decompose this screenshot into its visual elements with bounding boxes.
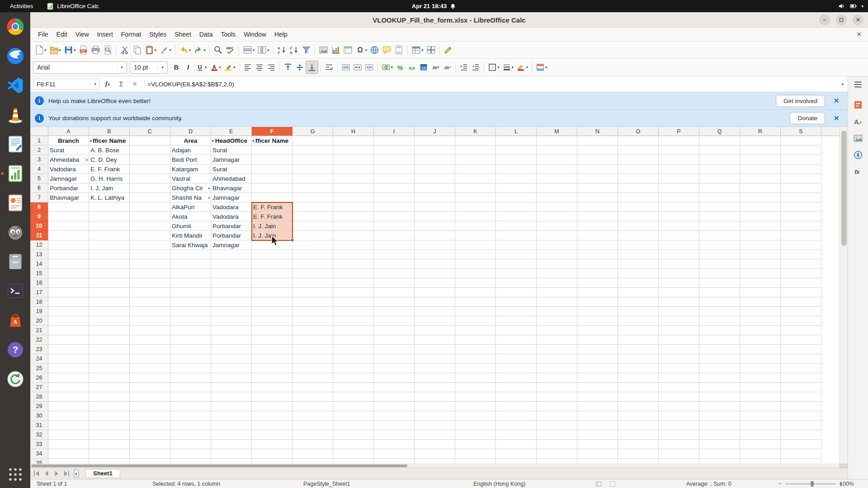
cell[interactable] bbox=[211, 259, 252, 269]
cell[interactable] bbox=[415, 183, 455, 193]
cell[interactable] bbox=[415, 364, 455, 373]
cell[interactable] bbox=[699, 354, 740, 364]
cell[interactable] bbox=[781, 136, 821, 145]
cell[interactable] bbox=[496, 383, 537, 392]
cell[interactable] bbox=[374, 449, 415, 459]
cell[interactable] bbox=[577, 411, 618, 421]
cell[interactable] bbox=[496, 326, 537, 335]
cell[interactable] bbox=[537, 449, 577, 459]
spelling-button[interactable]: ABC bbox=[224, 43, 236, 57]
cell[interactable] bbox=[577, 155, 618, 164]
cell[interactable] bbox=[211, 411, 252, 421]
cell[interactable] bbox=[496, 155, 537, 164]
cell[interactable] bbox=[455, 183, 496, 193]
cell[interactable] bbox=[211, 383, 252, 392]
cell[interactable] bbox=[374, 164, 415, 174]
cell[interactable] bbox=[48, 373, 89, 383]
sheet-tab-sheet1[interactable]: Sheet1 bbox=[85, 469, 120, 478]
cell[interactable] bbox=[292, 250, 333, 259]
insert-row-button[interactable]: ▾ bbox=[241, 43, 256, 57]
cell[interactable] bbox=[781, 411, 821, 421]
cell[interactable] bbox=[48, 240, 89, 250]
cell[interactable] bbox=[89, 259, 130, 269]
cell[interactable] bbox=[455, 155, 496, 164]
cell[interactable] bbox=[577, 136, 618, 145]
cell[interactable] bbox=[781, 316, 821, 326]
cell[interactable] bbox=[374, 411, 415, 421]
cell[interactable] bbox=[740, 269, 781, 278]
get-involved-button[interactable]: Get involved bbox=[776, 95, 825, 107]
cell[interactable] bbox=[48, 202, 89, 212]
insert-hyperlink-button[interactable] bbox=[368, 43, 381, 57]
cell[interactable] bbox=[699, 316, 740, 326]
cell[interactable] bbox=[781, 155, 821, 164]
cell[interactable] bbox=[333, 183, 374, 193]
styles-icon[interactable]: A bbox=[853, 117, 863, 127]
cell[interactable] bbox=[333, 335, 374, 345]
cell[interactable] bbox=[48, 421, 89, 430]
zoom-track[interactable] bbox=[786, 483, 835, 484]
cell[interactable] bbox=[537, 231, 577, 240]
cell[interactable] bbox=[537, 164, 577, 174]
cell[interactable] bbox=[292, 174, 333, 183]
cell[interactable] bbox=[781, 459, 821, 464]
cell[interactable] bbox=[496, 193, 537, 202]
cell[interactable] bbox=[374, 421, 415, 430]
close-icon[interactable]: ✕ bbox=[830, 97, 843, 105]
font-name-combobox[interactable]: Arial ▾ bbox=[33, 61, 127, 74]
clone-formatting-button[interactable]: ▾ bbox=[158, 43, 173, 57]
cell[interactable] bbox=[740, 307, 781, 316]
cell[interactable] bbox=[537, 250, 577, 259]
cell[interactable] bbox=[659, 307, 699, 316]
cell[interactable] bbox=[781, 164, 821, 174]
cell[interactable] bbox=[415, 421, 455, 430]
formula-input[interactable]: =VLOOKUP(E8,$A$2:$B$7,2,0) bbox=[144, 79, 838, 90]
cell[interactable] bbox=[740, 354, 781, 364]
cell[interactable] bbox=[170, 364, 211, 373]
cell[interactable]: Jamnagar bbox=[48, 174, 89, 183]
cell[interactable] bbox=[252, 383, 292, 392]
cell[interactable] bbox=[618, 259, 659, 269]
gimp-dock-icon[interactable] bbox=[5, 221, 26, 243]
freeze-rows-columns-button[interactable]: ▾ bbox=[410, 43, 425, 57]
selection-mode-icon[interactable] bbox=[609, 480, 616, 488]
cell[interactable] bbox=[455, 354, 496, 364]
cell[interactable] bbox=[170, 421, 211, 430]
cell[interactable] bbox=[781, 202, 821, 212]
cell[interactable] bbox=[781, 354, 821, 364]
cell[interactable] bbox=[48, 278, 89, 288]
title-bar[interactable]: VLOOKUP_Fill_the_form.xlsx - LibreOffice… bbox=[30, 12, 868, 28]
cell[interactable] bbox=[130, 174, 170, 183]
cell[interactable]: I. J. Jain bbox=[252, 231, 292, 240]
cell[interactable]: Bedi Port bbox=[170, 155, 211, 164]
cell[interactable]: A. B. Bose bbox=[89, 145, 130, 155]
cell[interactable] bbox=[781, 183, 821, 193]
cell[interactable] bbox=[537, 221, 577, 231]
row-header-9[interactable]: 9 bbox=[30, 212, 48, 221]
selection-statistics[interactable]: Average: ; Sum: 0 bbox=[686, 481, 731, 487]
cell[interactable] bbox=[130, 402, 170, 411]
cell[interactable] bbox=[252, 459, 292, 464]
cell[interactable]: Surat bbox=[48, 145, 89, 155]
cell[interactable] bbox=[618, 155, 659, 164]
cell[interactable] bbox=[89, 202, 130, 212]
function-wizard-button[interactable]: fx bbox=[102, 79, 113, 90]
cell[interactable] bbox=[618, 354, 659, 364]
cell[interactable] bbox=[211, 373, 252, 383]
dropdown-arrow-icon[interactable]: ▾ bbox=[545, 65, 547, 70]
row-header-16[interactable]: 16 bbox=[30, 278, 48, 288]
cell[interactable] bbox=[455, 288, 496, 297]
cell[interactable] bbox=[455, 212, 496, 221]
cell[interactable] bbox=[170, 307, 211, 316]
row-header-32[interactable]: 32 bbox=[30, 430, 48, 440]
cell[interactable] bbox=[781, 193, 821, 202]
cell[interactable] bbox=[740, 231, 781, 240]
dropdown-arrow-icon[interactable]: ▾ bbox=[497, 65, 500, 70]
cell[interactable] bbox=[699, 269, 740, 278]
focused-app-indicator[interactable]: LibreOffice Calc bbox=[47, 3, 99, 10]
cell[interactable] bbox=[48, 307, 89, 316]
cell[interactable] bbox=[496, 174, 537, 183]
cell[interactable] bbox=[455, 307, 496, 316]
cell[interactable] bbox=[537, 202, 577, 212]
cell[interactable] bbox=[577, 335, 618, 345]
